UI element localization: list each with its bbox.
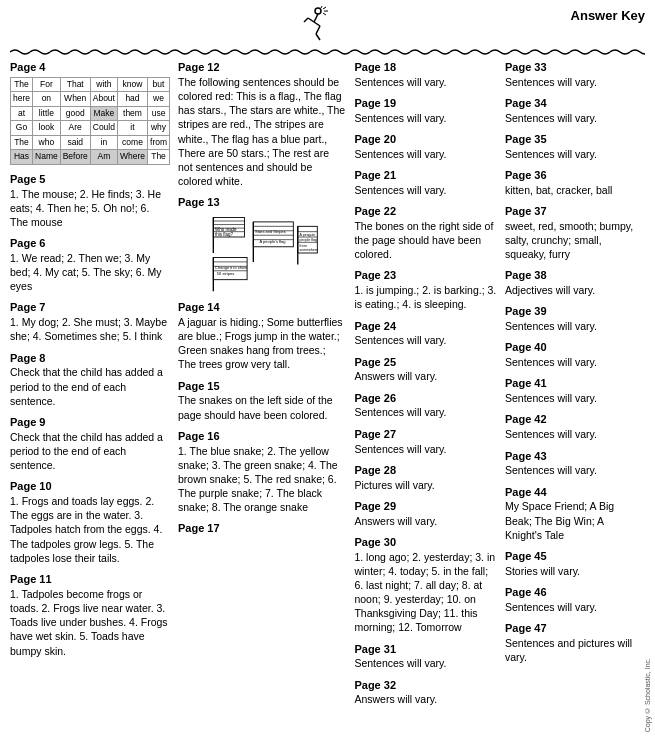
column-2: Page 12 The following sentences should b… (174, 60, 350, 732)
flag-svg: Who made this flag? Stars and Stripes A … (178, 213, 346, 293)
svg-line-6 (316, 34, 320, 40)
page29-content: Answers will vary. (354, 514, 497, 528)
page26-title: Page 26 (354, 391, 497, 406)
section-page41: Page 41 Sentences will vary. (505, 376, 641, 405)
page19-content: Sentences will vary. (354, 111, 497, 125)
page21-title: Page 21 (354, 168, 497, 183)
svg-line-4 (304, 18, 308, 22)
section-page38: Page 38 Adjectives will vary. (505, 268, 641, 297)
svg-line-9 (323, 13, 326, 15)
svg-text:somewhere: somewhere (300, 248, 318, 252)
column-1: Page 4 TheForThatwithknowbut hereonWhenA… (10, 60, 174, 732)
page16-content: 1. The blue snake; 2. The yellow snake; … (178, 444, 346, 515)
section-page46: Page 46 Sentences will vary. (505, 585, 641, 614)
page16-title: Page 16 (178, 429, 346, 444)
svg-text:Stars and Stripes: Stars and Stripes (255, 229, 286, 234)
page42-content: Sentences will vary. (505, 427, 641, 441)
section-page13: Page 13 Who made this flag? (178, 195, 346, 293)
svg-line-1 (314, 14, 318, 22)
svg-line-3 (314, 22, 320, 26)
page43-title: Page 43 (505, 449, 641, 464)
section-page5: Page 5 1. The mouse; 2. He finds; 3. He … (10, 172, 170, 229)
page39-content: Sentences will vary. (505, 319, 641, 333)
section-page10: Page 10 1. Frogs and toads lay eggs. 2. … (10, 479, 170, 565)
page4-grid: TheForThatwithknowbut hereonWhenAbouthad… (10, 77, 170, 165)
section-page14: Page 14 A jaguar is hiding.; Some butter… (178, 300, 346, 372)
section-page7: Page 7 1. My dog; 2. She must; 3. Maybe … (10, 300, 170, 343)
page12-content: The following sentences should be colore… (178, 75, 346, 188)
page17-title: Page 17 (178, 521, 346, 536)
page24-title: Page 24 (354, 319, 497, 334)
page23-content: 1. is jumping.; 2. is barking.; 3. is ea… (354, 283, 497, 311)
page32-content: Answers will vary. (354, 692, 497, 706)
page45-content: Stories will vary. (505, 564, 641, 578)
section-page9: Page 9 Check that the child has added a … (10, 415, 170, 472)
svg-line-2 (308, 18, 314, 22)
page46-title: Page 46 (505, 585, 641, 600)
page40-title: Page 40 (505, 340, 641, 355)
page46-content: Sentences will vary. (505, 600, 641, 614)
page11-title: Page 11 (10, 572, 170, 587)
section-page22: Page 22 The bones on the right side of t… (354, 204, 497, 261)
page25-content: Answers will vary. (354, 369, 497, 383)
section-page40: Page 40 Sentences will vary. (505, 340, 641, 369)
section-page20: Page 20 Sentences will vary. (354, 132, 497, 161)
section-page8: Page 8 Check that the child has added a … (10, 351, 170, 408)
page25-title: Page 25 (354, 355, 497, 370)
page47-content: Sentences and pictures will vary. (505, 636, 641, 664)
page26-content: Sentences will vary. (354, 405, 497, 419)
section-page32: Page 32 Answers will vary. (354, 678, 497, 707)
section-page26: Page 26 Sentences will vary. (354, 391, 497, 420)
page30-content: 1. long ago; 2. yesterday; 3. in winter;… (354, 550, 497, 635)
section-page45: Page 45 Stories will vary. (505, 549, 641, 578)
page7-content: 1. My dog; 2. She must; 3. Maybe she; 4.… (10, 315, 170, 343)
page32-title: Page 32 (354, 678, 497, 693)
page39-title: Page 39 (505, 304, 641, 319)
page28-title: Page 28 (354, 463, 497, 478)
page9-title: Page 9 (10, 415, 170, 430)
svg-text:Who made: Who made (215, 227, 237, 232)
page6-title: Page 6 (10, 236, 170, 251)
page7-title: Page 7 (10, 300, 170, 315)
page: Answer Key Page 4 TheForThatwithknowbut … (0, 0, 655, 738)
page13-title: Page 13 (178, 195, 346, 210)
section-page25: Page 25 Answers will vary. (354, 355, 497, 384)
page36-content: kitten, bat, cracker, ball (505, 183, 641, 197)
svg-text:from: from (300, 244, 307, 248)
svg-point-0 (315, 8, 321, 14)
page31-content: Sentences will vary. (354, 656, 497, 670)
section-page36: Page 36 kitten, bat, cracker, ball (505, 168, 641, 197)
section-page43: Page 43 Sentences will vary. (505, 449, 641, 478)
page35-title: Page 35 (505, 132, 641, 147)
page41-title: Page 41 (505, 376, 641, 391)
page33-content: Sentences will vary. (505, 75, 641, 89)
page34-title: Page 34 (505, 96, 641, 111)
page30-title: Page 30 (354, 535, 497, 550)
page40-content: Sentences will vary. (505, 355, 641, 369)
page9-content: Check that the child has added a period … (10, 430, 170, 473)
page10-content: 1. Frogs and toads lay eggs. 2. The eggs… (10, 494, 170, 565)
page41-content: Sentences will vary. (505, 391, 641, 405)
page43-content: Sentences will vary. (505, 463, 641, 477)
page33-title: Page 33 (505, 60, 641, 75)
page34-content: Sentences will vary. (505, 111, 641, 125)
page23-title: Page 23 (354, 268, 497, 283)
section-page23: Page 23 1. is jumping.; 2. is barking.; … (354, 268, 497, 311)
page29-title: Page 29 (354, 499, 497, 514)
page18-title: Page 18 (354, 60, 497, 75)
section-page42: Page 42 Sentences will vary. (505, 412, 641, 441)
page36-title: Page 36 (505, 168, 641, 183)
page5-content: 1. The mouse; 2. He finds; 3. He eats; 4… (10, 187, 170, 230)
section-page4: Page 4 TheForThatwithknowbut hereonWhenA… (10, 60, 170, 165)
section-page17: Page 17 (178, 521, 346, 536)
page5-title: Page 5 (10, 172, 170, 187)
page42-title: Page 42 (505, 412, 641, 427)
section-page39: Page 39 Sentences will vary. (505, 304, 641, 333)
page6-content: 1. We read; 2. Then we; 3. My bed; 4. My… (10, 251, 170, 294)
section-page27: Page 27 Sentences will vary. (354, 427, 497, 456)
section-page15: Page 15 The snakes on the left side of t… (178, 379, 346, 422)
svg-text:50 stripes: 50 stripes (217, 271, 234, 276)
svg-text:A penguin: A penguin (300, 233, 316, 237)
svg-text:this flag?: this flag? (215, 232, 233, 237)
section-page24: Page 24 Sentences will vary. (354, 319, 497, 348)
